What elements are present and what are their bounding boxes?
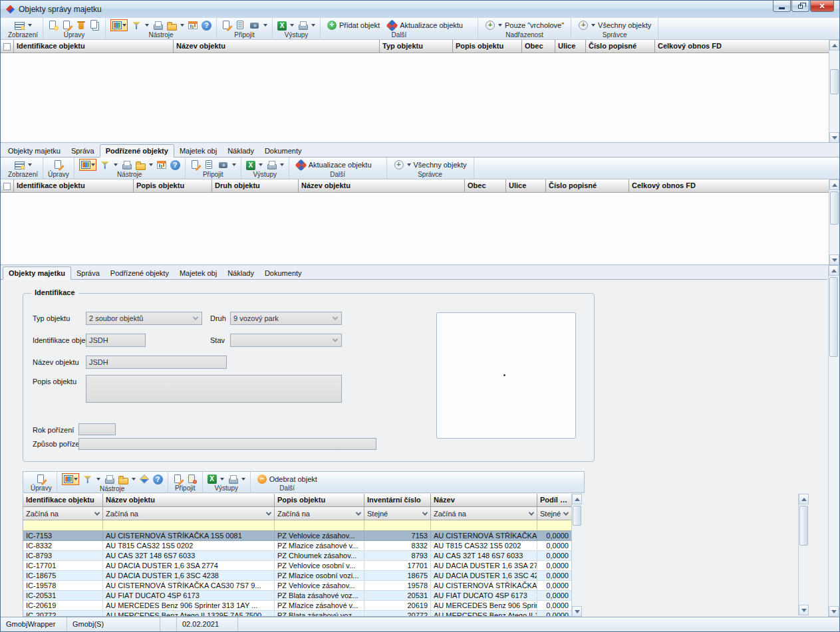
filter-input[interactable] — [23, 520, 103, 531]
filter-input[interactable] — [431, 520, 537, 531]
filter-icon[interactable] — [82, 474, 93, 484]
column-header[interactable]: Popis objektu — [453, 40, 522, 53]
chevron-down-icon[interactable] — [28, 24, 32, 27]
pouze-vrcholove-button[interactable]: Pouze "vrcholove" — [483, 20, 566, 31]
print-output-icon[interactable] — [227, 474, 238, 484]
excel-export-icon[interactable]: X — [208, 474, 217, 484]
scroll-up-button[interactable] — [572, 494, 582, 504]
scrollbar-thumb[interactable] — [573, 506, 581, 526]
edit-record-icon[interactable] — [53, 159, 64, 170]
tab[interactable]: Podřízené objekty — [105, 267, 174, 279]
column-header[interactable]: Identifikace objektu — [23, 494, 103, 507]
filter-select[interactable]: Začíná na — [275, 507, 364, 520]
nazev-objektu-field[interactable]: JSDH — [86, 356, 227, 369]
scrollbar-thumb[interactable] — [830, 191, 839, 225]
panel-scrollbar[interactable] — [798, 494, 809, 615]
column-header[interactable]: Číslo popisné — [586, 40, 655, 53]
folder-export-icon[interactable] — [166, 20, 177, 31]
chevron-down-icon[interactable] — [259, 163, 263, 166]
chart-window-icon[interactable] — [188, 20, 198, 31]
tab[interactable]: Náklady — [222, 267, 259, 279]
chevron-down-icon[interactable] — [220, 478, 224, 480]
chevron-down-icon[interactable] — [96, 478, 100, 480]
druh-select[interactable]: 9 vozový park — [230, 312, 342, 325]
chevron-down-icon[interactable] — [28, 163, 32, 166]
column-header[interactable]: Inventární číslo — [364, 494, 431, 507]
column-header[interactable]: Identifikace objektu — [14, 40, 174, 53]
printer-icon[interactable] — [152, 20, 163, 31]
camera-icon[interactable] — [249, 20, 260, 31]
table-row[interactable]: IC-20531 AU FIAT DUCATO 4SP 6173 PZ Blat… — [23, 591, 571, 601]
chevron-down-icon[interactable] — [241, 478, 245, 480]
camera-icon[interactable] — [218, 159, 229, 170]
column-header[interactable]: Obec — [465, 179, 506, 193]
scrollbar-thumb[interactable] — [799, 506, 808, 546]
scroll-down-button[interactable] — [572, 606, 582, 617]
odebrat-objekt-button[interactable]: − Odebrat objekt — [255, 474, 319, 484]
column-header[interactable]: Název objektu — [174, 40, 380, 53]
attach-list-icon[interactable] — [204, 159, 215, 170]
print-output-icon[interactable] — [266, 159, 277, 170]
title-bar[interactable]: Objekty správy majetku ✕ — [1, 1, 839, 18]
vsechny-objekty-button[interactable]: Všechny objekty — [576, 20, 653, 31]
restore-button[interactable] — [791, 1, 809, 12]
column-header[interactable]: Podíl v % — [537, 494, 571, 507]
tab[interactable]: Náklady — [222, 145, 259, 157]
excel-export-icon[interactable]: X — [246, 161, 255, 170]
chevron-down-icon[interactable] — [232, 163, 236, 166]
column-header[interactable]: Celkový obnos FD — [629, 179, 829, 193]
filter-input[interactable] — [275, 520, 364, 531]
scrollbar-track[interactable] — [829, 276, 839, 606]
tab[interactable]: Dokumenty — [259, 145, 307, 157]
column-header[interactable]: Ulice — [506, 179, 546, 193]
filter-input[interactable] — [103, 520, 275, 531]
filter-select[interactable]: Začíná na — [23, 507, 103, 520]
select-all-checkbox[interactable] — [1, 40, 14, 53]
copy-record-icon[interactable] — [90, 20, 100, 31]
folder-export-icon[interactable] — [135, 159, 146, 170]
vertical-scrollbar[interactable] — [571, 494, 582, 617]
filter-input[interactable] — [364, 520, 431, 531]
column-header[interactable]: Popis objektu — [134, 179, 212, 193]
main-scrollbar[interactable] — [828, 265, 839, 617]
scroll-up-button[interactable] — [799, 494, 809, 504]
help-icon[interactable]: ? — [202, 21, 211, 31]
tab[interactable]: Podřízené objekty — [100, 144, 174, 158]
column-header[interactable]: Obec — [522, 40, 555, 53]
scroll-down-button[interactable] — [829, 606, 839, 617]
help-icon[interactable]: ? — [153, 474, 163, 484]
attach-list-icon[interactable] — [235, 20, 246, 31]
table-row[interactable]: IC-8793 AU CAS 32T 148 6S7 6033 PZ Chlou… — [23, 551, 571, 561]
edit-record-icon[interactable] — [62, 20, 72, 31]
attach-note-icon[interactable] — [221, 20, 232, 31]
chart-window-icon[interactable] — [156, 159, 167, 170]
grid-settings-button-active[interactable] — [110, 19, 128, 31]
edit-record-icon[interactable] — [36, 474, 47, 484]
column-header[interactable]: Typ objektu — [380, 40, 453, 53]
scrollbar-track[interactable] — [572, 504, 582, 606]
column-header[interactable]: Název objektu — [299, 179, 465, 193]
new-record-icon[interactable] — [48, 20, 59, 31]
table-row[interactable]: IC-17701 AU DACIA DUSTER 1,6 3SA 2774 PZ… — [23, 561, 571, 571]
column-header[interactable]: Číslo popisné — [546, 179, 629, 193]
tab[interactable]: Správa — [71, 267, 105, 279]
chevron-down-icon[interactable] — [114, 163, 118, 166]
table-row[interactable]: IC-19578 AU CISTERNOVÁ STŘÍKAČKA CAS30 7… — [23, 581, 571, 591]
tab[interactable]: Správa — [66, 145, 100, 157]
column-header[interactable]: Popis objektu — [275, 494, 364, 507]
scroll-down-button[interactable] — [829, 255, 839, 265]
typ-objektu-select[interactable]: 2 soubor objektů — [86, 312, 202, 325]
scrollbar-track[interactable] — [799, 504, 809, 605]
tab[interactable]: Majetek obj — [174, 145, 222, 157]
delete-record-icon[interactable] — [76, 20, 86, 31]
aktualizace-objektu-button[interactable]: Aktualizace objektu — [385, 21, 465, 31]
close-button[interactable]: ✕ — [810, 1, 834, 12]
scroll-down-button[interactable] — [829, 132, 839, 143]
vertical-scrollbar[interactable] — [829, 40, 839, 143]
scrollbar-thumb[interactable] — [830, 69, 839, 94]
identifikace-objektu-field[interactable]: JSDH — [86, 334, 146, 347]
filter-select[interactable]: Stejné — [537, 507, 571, 520]
tab[interactable]: Dokumenty — [259, 267, 307, 279]
certificate-icon[interactable] — [187, 474, 198, 484]
grid-settings-button-active[interactable] — [62, 473, 79, 485]
